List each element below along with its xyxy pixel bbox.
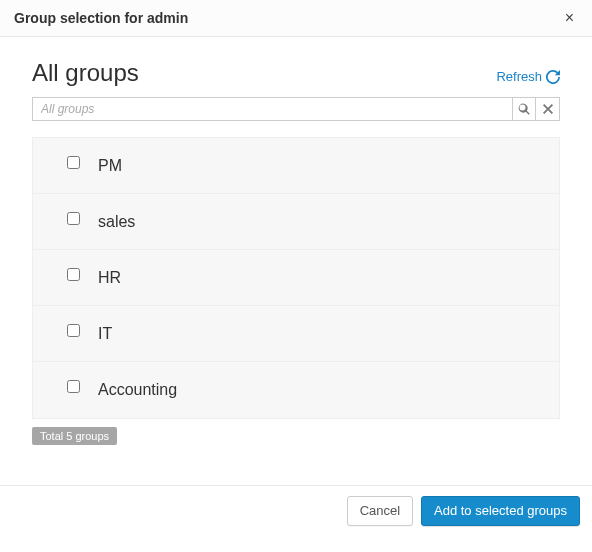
refresh-icon	[546, 70, 560, 84]
modal-title: Group selection for admin	[14, 10, 188, 26]
group-name: sales	[98, 213, 135, 231]
page-title: All groups	[32, 59, 139, 87]
modal-header: Group selection for admin ×	[0, 0, 592, 37]
search-input[interactable]	[32, 97, 512, 121]
clear-search-button[interactable]	[536, 97, 560, 121]
group-checkbox[interactable]	[67, 212, 80, 225]
search-icon	[518, 103, 530, 115]
group-row[interactable]: PM	[33, 138, 559, 194]
refresh-label: Refresh	[496, 69, 542, 84]
refresh-link[interactable]: Refresh	[496, 69, 560, 84]
group-list: PM sales HR IT Accounting	[32, 137, 560, 419]
add-to-selected-button[interactable]: Add to selected groups	[421, 496, 580, 526]
total-count-badge: Total 5 groups	[32, 427, 117, 445]
search-row	[32, 97, 560, 121]
cancel-button[interactable]: Cancel	[347, 496, 413, 526]
group-name: IT	[98, 325, 112, 343]
clear-icon	[543, 104, 553, 114]
group-checkbox[interactable]	[67, 268, 80, 281]
group-row[interactable]: sales	[33, 194, 559, 250]
close-button[interactable]: ×	[563, 10, 576, 26]
group-name: PM	[98, 157, 122, 175]
group-checkbox[interactable]	[67, 380, 80, 393]
group-checkbox[interactable]	[67, 324, 80, 337]
group-row[interactable]: IT	[33, 306, 559, 362]
heading-row: All groups Refresh	[32, 59, 560, 87]
close-icon: ×	[565, 9, 574, 26]
group-checkbox[interactable]	[67, 156, 80, 169]
search-button[interactable]	[512, 97, 536, 121]
group-name: HR	[98, 269, 121, 287]
group-name: Accounting	[98, 381, 177, 399]
group-row[interactable]: Accounting	[33, 362, 559, 418]
modal-footer: Cancel Add to selected groups	[0, 485, 592, 542]
group-row[interactable]: HR	[33, 250, 559, 306]
